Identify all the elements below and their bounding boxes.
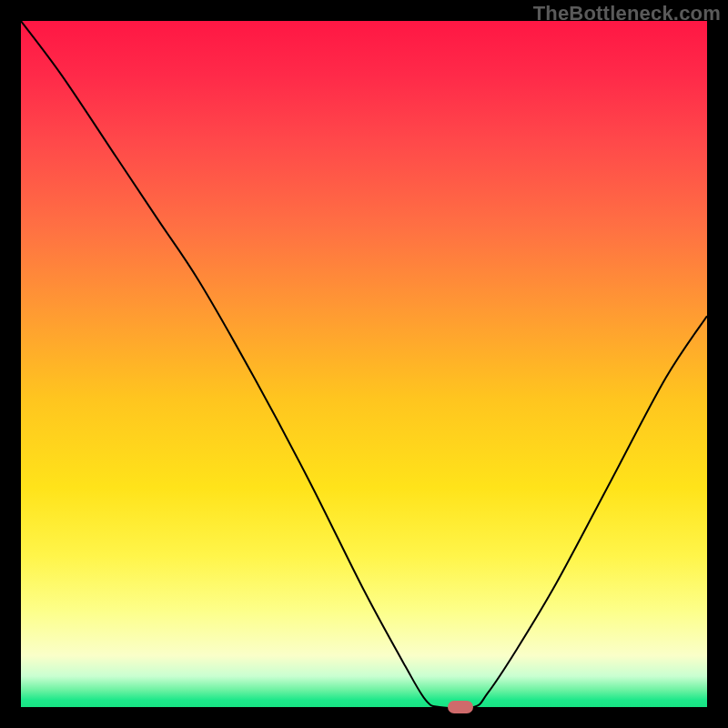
bottleneck-curve bbox=[21, 21, 707, 707]
watermark-text: TheBottleneck.com bbox=[533, 2, 721, 25]
chart-frame: TheBottleneck.com bbox=[0, 0, 728, 728]
plot-area bbox=[21, 21, 707, 707]
optimal-point-marker bbox=[448, 701, 473, 713]
